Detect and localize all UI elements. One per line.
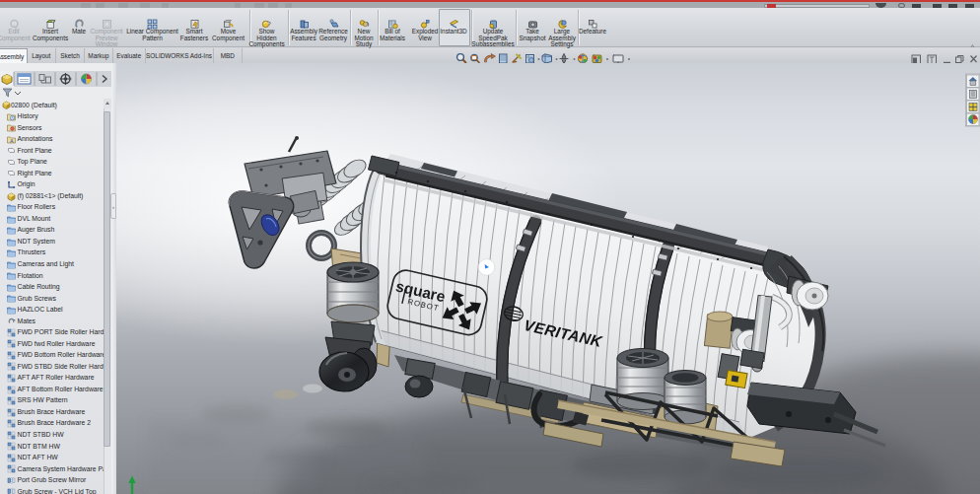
svg-text:A: A [10, 137, 14, 143]
